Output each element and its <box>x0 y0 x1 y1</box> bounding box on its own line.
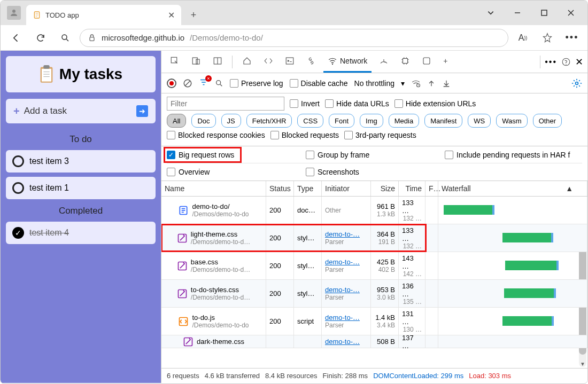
close-devtools-icon[interactable]: ✕ <box>575 56 583 68</box>
filter-input[interactable] <box>167 97 284 111</box>
js-file-icon <box>178 316 189 327</box>
svg-point-22 <box>311 59 312 60</box>
task-item[interactable]: test item 1 <box>6 177 156 199</box>
screenshots-checkbox[interactable]: Screenshots <box>306 168 445 176</box>
third-party-checkbox[interactable]: 3rd-party requests <box>344 131 416 139</box>
type-chip-js[interactable]: JS <box>221 114 241 128</box>
inspect-icon[interactable] <box>166 51 184 73</box>
svg-rect-9 <box>90 37 94 41</box>
tab-memory[interactable] <box>396 51 414 73</box>
add-task-input[interactable]: + Add a task ➜ <box>6 99 156 123</box>
overview-checkbox[interactable]: Overview <box>167 168 306 176</box>
tab-application[interactable] <box>417 51 436 73</box>
browser-tab[interactable]: TODO app ✕ <box>26 5 181 25</box>
network-row[interactable]: demo-to-do//Demos/demo-to-do200doc…Other… <box>161 197 587 224</box>
minimize-button[interactable] <box>505 5 530 21</box>
back-button[interactable] <box>6 28 26 48</box>
throttling-select[interactable]: No throttling <box>354 79 394 88</box>
upload-icon[interactable] <box>427 79 436 88</box>
network-row[interactable]: light-theme.css/Demos/demo-to-d…200styl…… <box>161 224 587 252</box>
app-title: My tasks <box>59 66 122 83</box>
more-icon[interactable]: ••• <box>562 28 582 48</box>
maximize-button[interactable] <box>532 5 556 21</box>
more-tools-icon[interactable]: ••• <box>545 57 557 67</box>
network-row[interactable]: to-do.js/Demos/demo-to-do200scriptdemo-t… <box>161 308 587 335</box>
svg-point-28 <box>566 64 567 65</box>
svg-rect-26 <box>423 58 430 64</box>
tab-performance[interactable] <box>375 51 393 73</box>
checkbox-icon[interactable] <box>12 182 24 194</box>
device-icon[interactable] <box>187 51 205 73</box>
col-type[interactable]: Type <box>294 181 322 196</box>
dock-icon[interactable] <box>208 51 227 73</box>
search-icon[interactable] <box>215 79 223 88</box>
network-row[interactable]: dark-theme.cssdemo-to-…508 B137 … <box>161 335 587 348</box>
help-icon[interactable] <box>561 57 571 67</box>
network-conditions-icon[interactable] <box>411 79 421 88</box>
profile-avatar[interactable] <box>7 6 21 20</box>
chevron-down-icon[interactable] <box>478 5 503 21</box>
invert-checkbox[interactable]: Invert <box>290 99 320 108</box>
preserve-log-checkbox[interactable]: Preserve log <box>230 79 283 88</box>
network-row[interactable]: to-do-styles.css/Demos/demo-to-d…200styl… <box>161 280 587 308</box>
col-time[interactable]: Time <box>399 181 425 196</box>
close-window-button[interactable] <box>559 5 583 21</box>
col-f[interactable]: F… <box>425 181 438 196</box>
checked-icon[interactable]: ✓ <box>12 227 24 239</box>
status-resources: 8.4 kB resources <box>265 372 318 380</box>
address-bar: microsoftedge.github.io/Demos/demo-to-do… <box>1 25 587 51</box>
col-waterfall[interactable]: Waterfall▲ <box>438 181 587 196</box>
type-chip-wasm[interactable]: Wasm <box>496 114 527 128</box>
tab-elements[interactable] <box>259 51 277 73</box>
col-name[interactable]: Name <box>161 181 266 196</box>
disable-cache-checkbox[interactable]: Disable cache <box>290 79 348 88</box>
type-chip-ws[interactable]: WS <box>468 114 491 128</box>
checkbox-icon[interactable] <box>12 155 24 167</box>
network-row[interactable]: base.css/Demos/demo-to-d…200styl…demo-to… <box>161 252 587 280</box>
col-size[interactable]: Size <box>371 181 399 196</box>
settings-icon[interactable] <box>571 78 582 89</box>
tab-console[interactable] <box>281 51 299 73</box>
clear-icon[interactable] <box>183 79 192 88</box>
refresh-button[interactable] <box>30 28 51 48</box>
new-tab-button[interactable]: + <box>184 6 203 24</box>
tab-welcome[interactable] <box>238 51 256 73</box>
col-status[interactable]: Status <box>266 181 294 196</box>
search-icon[interactable] <box>55 28 75 48</box>
task-item[interactable]: ✓ test item 4 <box>6 222 156 244</box>
hide-extension-urls-checkbox[interactable]: Hide extension URLs <box>394 99 476 108</box>
tab-more[interactable]: + <box>439 51 452 73</box>
tab-network[interactable]: Network <box>323 51 372 73</box>
type-chip-all[interactable]: All <box>167 114 186 128</box>
favorite-icon[interactable] <box>537 28 558 48</box>
task-label: test item 1 <box>29 183 69 193</box>
task-item[interactable]: test item 3 <box>6 150 156 173</box>
close-tab-icon[interactable]: ✕ <box>168 10 175 20</box>
tab-sources[interactable] <box>302 51 320 73</box>
type-chip-fetch/xhr[interactable]: Fetch/XHR <box>246 114 292 128</box>
download-icon[interactable] <box>442 79 451 88</box>
blocked-cookies-checkbox[interactable]: Blocked response cookies <box>167 131 265 139</box>
col-initiator[interactable]: Initiator <box>322 181 371 196</box>
svg-rect-21 <box>286 58 293 64</box>
include-har-checkbox[interactable]: Include pending requests in HAR f <box>445 151 570 159</box>
url-input[interactable]: microsoftedge.github.io/Demos/demo-to-do… <box>80 29 508 47</box>
type-chip-manifest[interactable]: Manifest <box>424 114 462 128</box>
type-chip-other[interactable]: Other <box>533 114 562 128</box>
type-chip-img[interactable]: Img <box>360 114 383 128</box>
type-chip-media[interactable]: Media <box>389 114 419 128</box>
type-chip-css[interactable]: CSS <box>297 114 323 128</box>
submit-task-button[interactable]: ➜ <box>136 105 148 117</box>
blocked-requests-checkbox[interactable]: Blocked requests <box>270 131 339 139</box>
read-aloud-icon[interactable]: A)) <box>513 28 533 48</box>
svg-rect-17 <box>192 58 197 64</box>
type-chip-doc[interactable]: Doc <box>191 114 215 128</box>
hide-data-urls-checkbox[interactable]: Hide data URLs <box>325 99 389 108</box>
group-by-frame-checkbox[interactable]: Group by frame <box>306 151 445 159</box>
css-file-icon <box>177 233 188 244</box>
type-chip-font[interactable]: Font <box>329 114 354 128</box>
filter-toggle-icon[interactable]: × <box>199 77 208 89</box>
svg-point-31 <box>216 80 221 84</box>
record-button[interactable] <box>167 79 176 88</box>
dropdown-icon[interactable]: ▾ <box>401 79 405 88</box>
